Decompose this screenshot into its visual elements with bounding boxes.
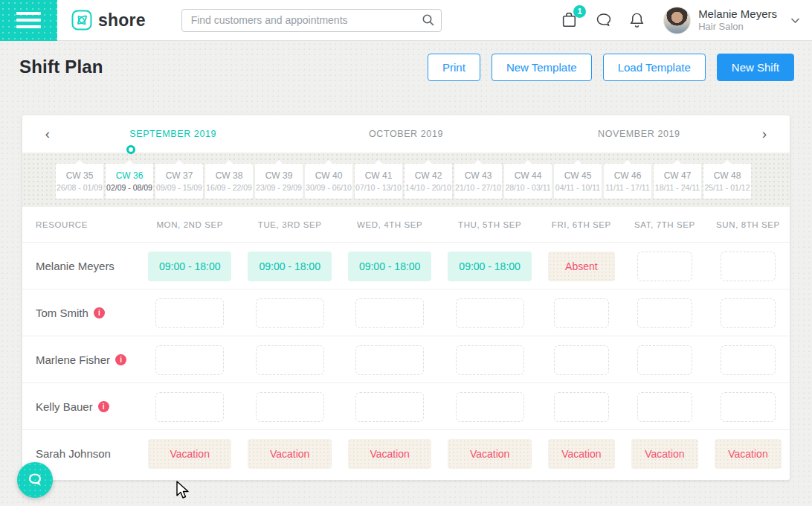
week-tab-cw-45[interactable]: CW 4504/11 - 10/11: [554, 164, 602, 199]
info-icon[interactable]: i: [115, 354, 126, 365]
empty-shift-slot[interactable]: [721, 252, 776, 281]
shift-cell[interactable]: [239, 383, 339, 430]
week-tab-cw-46[interactable]: CW 4611/11 - 17/11: [604, 164, 651, 199]
shift-cell[interactable]: [540, 383, 623, 430]
shift-cell[interactable]: [540, 289, 623, 336]
vacation-chip[interactable]: Vacation: [548, 439, 615, 469]
shift-chip[interactable]: 09:00 - 18:00: [148, 252, 231, 281]
empty-shift-slot[interactable]: [554, 345, 609, 375]
vacation-chip[interactable]: Vacation: [715, 439, 782, 469]
vacation-chip[interactable]: Vacation: [631, 439, 698, 469]
week-tab-cw-36[interactable]: CW 3602/09 - 08/09: [106, 164, 153, 199]
search-icon[interactable]: [422, 13, 435, 30]
empty-shift-slot[interactable]: [355, 345, 424, 375]
shift-cell[interactable]: [140, 336, 239, 383]
empty-shift-slot[interactable]: [554, 298, 609, 328]
empty-shift-slot[interactable]: [355, 392, 424, 422]
empty-shift-slot[interactable]: [721, 392, 776, 422]
print-button[interactable]: Print: [428, 54, 480, 81]
empty-shift-slot[interactable]: [456, 392, 524, 422]
shift-cell[interactable]: [706, 383, 790, 430]
vacation-chip[interactable]: Vacation: [348, 439, 431, 469]
empty-shift-slot[interactable]: [637, 298, 692, 328]
menu-button[interactable]: [0, 0, 57, 41]
shift-cell[interactable]: 09:00 - 18:00: [239, 243, 339, 289]
shift-cell[interactable]: [623, 243, 706, 289]
new-shift-button[interactable]: New Shift: [717, 54, 794, 81]
week-tab-cw-35[interactable]: CW 3526/08 - 01/09: [56, 164, 103, 199]
info-icon[interactable]: i: [98, 401, 109, 412]
month-september[interactable]: SEPTEMBER 2019: [57, 129, 289, 139]
empty-shift-slot[interactable]: [721, 298, 776, 328]
empty-shift-slot[interactable]: [721, 345, 776, 375]
week-tab-cw-40[interactable]: CW 4030/09 - 06/10: [305, 164, 352, 199]
week-tab-cw-39[interactable]: CW 3923/09 - 29/09: [255, 164, 303, 199]
shift-cell[interactable]: 09:00 - 18:00: [439, 243, 539, 289]
load-template-button[interactable]: Load Template: [603, 54, 706, 81]
empty-shift-slot[interactable]: [554, 392, 609, 422]
shift-cell[interactable]: [140, 383, 239, 430]
shift-cell[interactable]: [540, 336, 623, 383]
shift-cell[interactable]: Vacation: [439, 430, 539, 477]
bell-button[interactable]: [628, 11, 645, 29]
vacation-chip[interactable]: Vacation: [248, 439, 331, 469]
shift-cell[interactable]: 09:00 - 18:00: [340, 243, 439, 289]
next-week-arrow[interactable]: ›: [755, 126, 773, 142]
week-tab-cw-37[interactable]: CW 3709/09 - 15/09: [155, 164, 203, 199]
shift-cell[interactable]: [706, 243, 790, 289]
user-menu[interactable]: Melanie Meyers Hair Salon: [698, 7, 777, 33]
empty-shift-slot[interactable]: [456, 345, 524, 375]
shift-cell[interactable]: Vacation: [706, 430, 790, 477]
empty-shift-slot[interactable]: [256, 298, 324, 328]
shift-cell[interactable]: [340, 383, 439, 430]
chevron-down-icon[interactable]: [790, 13, 800, 27]
shift-cell[interactable]: 09:00 - 18:00: [140, 243, 239, 289]
shift-cell[interactable]: [340, 289, 439, 336]
week-tab-cw-44[interactable]: CW 4428/10 - 03/11: [504, 164, 552, 199]
empty-shift-slot[interactable]: [256, 345, 324, 375]
month-october[interactable]: OCTOBER 2019: [289, 129, 522, 139]
shift-cell[interactable]: [239, 336, 339, 383]
month-november[interactable]: NOVEMBER 2019: [523, 129, 755, 139]
shift-cell[interactable]: Vacation: [239, 430, 339, 477]
shift-cell[interactable]: [239, 289, 339, 336]
shift-cell[interactable]: [623, 383, 706, 430]
week-tab-cw-43[interactable]: CW 4321/10 - 27/10: [454, 164, 502, 199]
shift-cell[interactable]: Vacation: [623, 430, 706, 477]
empty-shift-slot[interactable]: [355, 298, 424, 328]
vacation-chip[interactable]: Vacation: [448, 439, 531, 469]
prev-week-arrow[interactable]: ‹: [39, 126, 57, 142]
shift-cell[interactable]: [439, 289, 539, 336]
vacation-chip[interactable]: Vacation: [148, 439, 231, 469]
shift-cell[interactable]: Absent: [540, 243, 623, 289]
shift-cell[interactable]: [706, 289, 790, 336]
week-tab-cw-42[interactable]: CW 4214/10 - 20/10: [405, 164, 452, 199]
avatar[interactable]: [663, 7, 691, 34]
shift-chip[interactable]: 09:00 - 18:00: [348, 252, 431, 281]
shift-cell[interactable]: [623, 289, 706, 336]
empty-shift-slot[interactable]: [637, 252, 692, 281]
shift-cell[interactable]: [706, 336, 790, 383]
chat-button[interactable]: [595, 11, 613, 29]
new-template-button[interactable]: New Template: [492, 54, 592, 81]
support-chat-button[interactable]: [17, 462, 53, 498]
empty-shift-slot[interactable]: [256, 392, 324, 422]
shift-cell[interactable]: Vacation: [540, 430, 623, 477]
empty-shift-slot[interactable]: [155, 298, 224, 328]
week-tab-cw-48[interactable]: CW 4825/11 - 01/12: [703, 164, 751, 199]
shift-cell[interactable]: Vacation: [140, 430, 239, 477]
shift-cell[interactable]: [140, 289, 239, 336]
shift-cell[interactable]: [439, 383, 539, 430]
shift-cell[interactable]: [340, 336, 439, 383]
shift-chip[interactable]: 09:00 - 18:00: [248, 252, 331, 281]
brand-logo[interactable]: shore: [71, 10, 146, 31]
empty-shift-slot[interactable]: [155, 345, 224, 375]
shift-cell[interactable]: [439, 336, 539, 383]
empty-shift-slot[interactable]: [637, 345, 692, 375]
empty-shift-slot[interactable]: [155, 392, 224, 422]
empty-shift-slot[interactable]: [637, 392, 692, 422]
shift-chip[interactable]: 09:00 - 18:00: [448, 252, 531, 281]
shift-cell[interactable]: [623, 336, 706, 383]
week-tab-cw-41[interactable]: CW 4107/10 - 13/10: [355, 164, 402, 199]
search-input[interactable]: [181, 9, 442, 32]
